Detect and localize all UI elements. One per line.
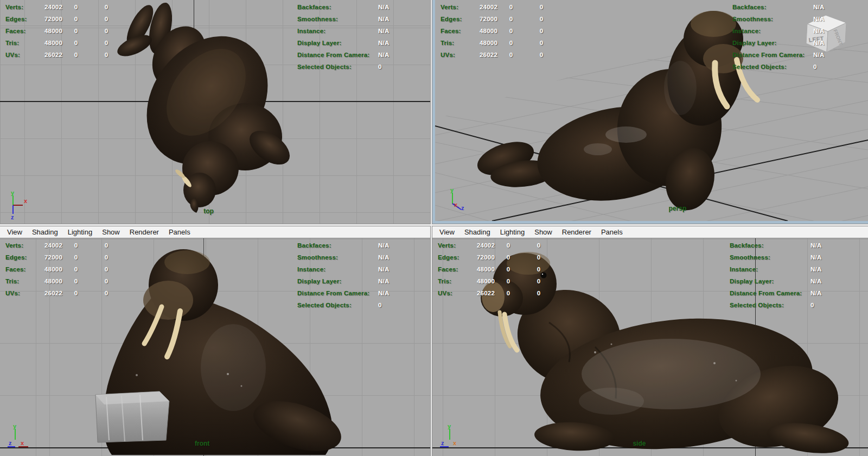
hud-label: Verts: xyxy=(5,242,34,249)
hud-value: 0 xyxy=(495,242,522,249)
hud-value: 0 xyxy=(813,64,817,70)
hud-value: N/A xyxy=(810,266,821,273)
menu-view[interactable]: View xyxy=(2,228,27,236)
head-crown xyxy=(691,11,736,37)
hud-value: 0 xyxy=(62,4,90,10)
hud-poly-count: Verts:2400200Edges:7200000Faces:4800000T… xyxy=(438,239,556,299)
hud-value: 0 xyxy=(525,28,558,34)
menu-shading[interactable]: Shading xyxy=(459,228,495,236)
hud-value: 0 xyxy=(378,302,382,308)
hud-value: 24002 xyxy=(466,242,495,249)
hud-value: N/A xyxy=(813,40,824,46)
speckle xyxy=(594,351,596,353)
hud-value: 0 xyxy=(497,16,525,22)
hud-value: 0 xyxy=(62,266,90,273)
hud-label: Distance From Camera: xyxy=(297,52,378,58)
viewport-label-side: side xyxy=(633,440,646,447)
hud-row: Edges:7200000 xyxy=(441,13,558,25)
hud-row: Selected Objects:0 xyxy=(730,299,821,311)
hud-row: Faces:4800000 xyxy=(5,25,123,37)
hud-value: 48000 xyxy=(34,40,62,46)
hud-value: N/A xyxy=(378,266,389,273)
hud-row: Tris:4800000 xyxy=(5,37,123,49)
hud-value: 0 xyxy=(62,254,90,261)
hud-label: Instance: xyxy=(297,266,378,273)
speckle xyxy=(611,344,612,345)
axis-gizmo: y x z xyxy=(4,189,33,219)
menu-view[interactable]: View xyxy=(435,228,459,236)
hud-label: Smoothness: xyxy=(732,16,813,22)
hud-label: Display Layer: xyxy=(732,40,813,46)
hud-row: Smoothness:N/A xyxy=(732,13,824,25)
hud-label: UVs: xyxy=(438,290,466,296)
hud-row: Selected Objects:0 xyxy=(297,299,389,311)
axis-y-label: y xyxy=(450,187,454,193)
walrus-model-top[interactable] xyxy=(114,1,296,213)
viewport-side[interactable]: ViewShadingLightingShowRendererPanels xyxy=(432,226,868,456)
hud-row: Distance From Camera:N/A xyxy=(297,287,389,299)
hud-label: Backfaces: xyxy=(297,4,378,10)
menu-lighting[interactable]: Lighting xyxy=(495,228,530,236)
menu-shading[interactable]: Shading xyxy=(27,228,63,236)
viewport-label-front: front xyxy=(195,440,209,447)
axis-x-label: x xyxy=(24,198,28,204)
hud-value: 0 xyxy=(497,4,525,10)
hud-value: 0 xyxy=(62,16,90,22)
menu-show[interactable]: Show xyxy=(529,228,557,236)
viewport-persp[interactable]: LEFT FRONT Verts:2400200Edges:7200000Fac… xyxy=(432,0,868,224)
menu-renderer[interactable]: Renderer xyxy=(125,228,164,236)
menu-panels[interactable]: Panels xyxy=(596,228,628,236)
hud-value: 0 xyxy=(522,254,556,261)
axis-y-label: y xyxy=(13,423,17,429)
hud-value: N/A xyxy=(378,52,389,58)
hud-object-details: Backfaces:N/ASmoothness:N/AInstance:N/AD… xyxy=(730,239,821,311)
hud-row: Backfaces:N/A xyxy=(297,1,389,13)
hud-poly-count: Verts:2400200Edges:7200000Faces:4800000T… xyxy=(5,1,123,61)
menu-renderer[interactable]: Renderer xyxy=(557,228,596,236)
hud-row: Backfaces:N/A xyxy=(730,239,821,251)
hud-value: 48000 xyxy=(34,28,62,34)
hud-value: 0 xyxy=(525,52,558,58)
hud-label: UVs: xyxy=(5,52,34,58)
hud-label: Backfaces: xyxy=(730,242,810,249)
speckle xyxy=(241,385,242,387)
sheen xyxy=(201,324,266,411)
hud-row: Verts:2400200 xyxy=(441,1,558,13)
hud-value: 0 xyxy=(525,4,558,10)
hud-value: N/A xyxy=(810,278,821,284)
hud-value: 0 xyxy=(62,290,90,296)
hud-object-details: Backfaces:N/ASmoothness:N/AInstance:N/AD… xyxy=(297,1,389,73)
menu-panels[interactable]: Panels xyxy=(164,228,195,236)
speckle xyxy=(227,373,229,375)
hud-value: 0 xyxy=(378,64,382,70)
menu-lighting[interactable]: Lighting xyxy=(63,228,98,236)
hud-row: Faces:4800000 xyxy=(5,263,123,275)
hud-value: N/A xyxy=(378,40,389,46)
viewport-front[interactable]: ViewShadingLightingShowRendererPanels xyxy=(0,226,430,456)
hud-value: 0 xyxy=(62,242,90,249)
rock[interactable] xyxy=(95,391,169,442)
hud-value: 0 xyxy=(522,242,556,249)
hud-value: 26022 xyxy=(34,290,62,296)
hud-value: 48000 xyxy=(466,266,495,273)
hud-value: 48000 xyxy=(34,266,62,273)
hud-row: Backfaces:N/A xyxy=(297,239,389,251)
hud-label: Faces: xyxy=(441,28,469,34)
hud-value: N/A xyxy=(810,254,821,261)
hud-value: 48000 xyxy=(469,28,497,34)
hud-value: 26022 xyxy=(466,290,495,296)
hud-value: 0 xyxy=(90,28,123,34)
viewport-top[interactable]: Verts:2400200Edges:7200000Faces:4800000T… xyxy=(0,0,430,224)
axis-z-label: z xyxy=(11,214,14,219)
hud-row: Instance:N/A xyxy=(732,25,824,37)
axis-z-label: z xyxy=(461,205,464,211)
hud-value: N/A xyxy=(813,52,824,58)
hud-row: Display Layer:N/A xyxy=(297,37,389,49)
hud-value: 0 xyxy=(90,290,123,296)
axis-x-label: x xyxy=(454,201,458,208)
hud-row: Display Layer:N/A xyxy=(297,275,389,287)
hud-row: UVs:2602200 xyxy=(441,49,558,61)
menu-show[interactable]: Show xyxy=(97,228,125,236)
snout xyxy=(183,173,216,207)
hud-value: N/A xyxy=(378,242,389,249)
